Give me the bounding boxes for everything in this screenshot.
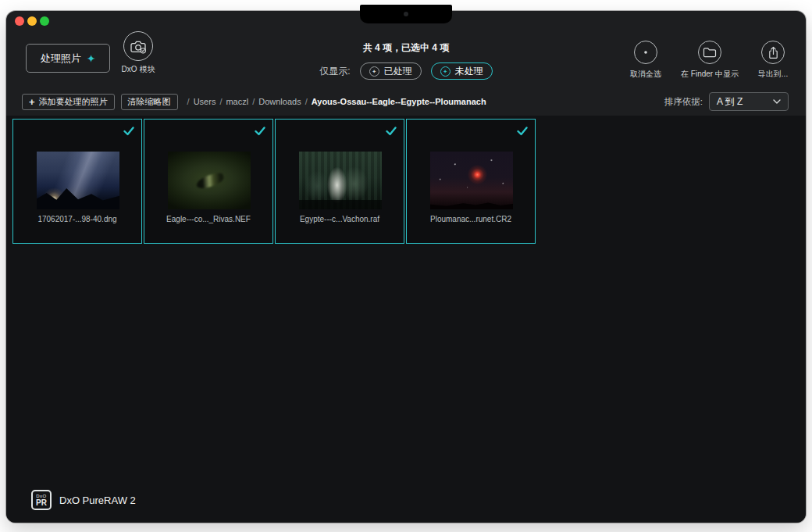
sparkle-circle-icon: ✦ bbox=[369, 66, 379, 77]
photo-thumbnail-egypte bbox=[299, 152, 382, 209]
logo-text-bottom: PR bbox=[36, 499, 47, 507]
breadcrumb: / Users / maczl / Downloads / Ayous-Ossa… bbox=[187, 97, 486, 106]
plus-icon: + bbox=[29, 97, 35, 107]
breadcrumb-separator: / bbox=[252, 97, 255, 106]
filter-unprocessed-label: 未处理 bbox=[455, 65, 483, 78]
selected-check-icon[interactable] bbox=[517, 125, 528, 134]
breadcrumb-separator: / bbox=[187, 97, 190, 106]
deselect-all-label: 取消全选 bbox=[630, 69, 661, 80]
show-in-finder-label: 在 Finder 中显示 bbox=[681, 69, 739, 80]
actionbar: + 添加要处理的照片 清除缩略图 / Users / maczl / Downl… bbox=[22, 92, 789, 111]
photo-filename: 17062017-...98-40.dng bbox=[16, 215, 138, 223]
share-icon bbox=[761, 41, 785, 64]
export-label: 导出到... bbox=[758, 69, 788, 80]
sort-value: A 到 Z bbox=[717, 95, 743, 109]
deselect-all-button[interactable]: 取消全选 bbox=[623, 41, 668, 80]
photo-card-3[interactable]: Egypte---c...Vachon.raf bbox=[275, 119, 404, 244]
photo-filename: Eagle---co..._Rivas.NEF bbox=[148, 215, 269, 223]
filter-unprocessed-pill[interactable]: ✦ 未处理 bbox=[431, 62, 493, 80]
app-window: 处理照片 ✦ DxO 模块 共 4 项，已选中 4 项 仅显示: ✦ 已处理 bbox=[6, 11, 806, 523]
show-in-finder-button[interactable]: 在 Finder 中显示 bbox=[673, 41, 746, 80]
filter-label: 仅显示: bbox=[319, 65, 350, 78]
photo-filename: Egypte---c...Vachon.raf bbox=[279, 215, 401, 223]
app-name: DxO PureRAW 2 bbox=[59, 495, 136, 506]
logo-text-top: DxO bbox=[36, 494, 47, 498]
camera-notch bbox=[360, 5, 452, 23]
folder-icon bbox=[698, 41, 721, 64]
sort-label: 排序依据: bbox=[664, 96, 703, 108]
breadcrumb-item-users: Users bbox=[194, 97, 216, 106]
sparkle-glyph: ✦ bbox=[372, 69, 376, 74]
sparkle-circle-icon: ✦ bbox=[440, 66, 451, 77]
camera-dot bbox=[404, 12, 408, 16]
breadcrumb-item-maczl: maczl bbox=[226, 97, 248, 106]
photo-filename: Ploumanac...runet.CR2 bbox=[410, 215, 532, 223]
footer: DxO PR DxO PureRAW 2 bbox=[31, 490, 136, 510]
add-photos-button[interactable]: + 添加要处理的照片 bbox=[22, 94, 115, 110]
dxo-pureraw-logo: DxO PR bbox=[31, 490, 52, 510]
breadcrumb-separator: / bbox=[305, 97, 308, 106]
clear-thumbnails-button[interactable]: 清除缩略图 bbox=[121, 94, 178, 110]
sparkle-glyph: ✦ bbox=[443, 69, 447, 74]
toolbar-right: 取消全选 在 Finder 中显示 导出到... bbox=[623, 41, 795, 80]
clear-thumbnails-label: 清除缩略图 bbox=[128, 96, 171, 108]
add-photos-label: 添加要处理的照片 bbox=[39, 96, 108, 108]
photo-card-1[interactable]: 17062017-...98-40.dng bbox=[12, 119, 142, 244]
minimize-window-button[interactable] bbox=[27, 16, 37, 26]
zoom-window-button[interactable] bbox=[40, 16, 49, 26]
deselect-all-icon bbox=[634, 41, 657, 64]
breadcrumb-item-downloads: Downloads bbox=[258, 97, 301, 106]
export-button[interactable]: 导出到... bbox=[751, 41, 795, 80]
selected-check-icon[interactable] bbox=[386, 125, 397, 134]
selected-check-icon[interactable] bbox=[255, 125, 265, 134]
sort-dropdown[interactable]: A 到 Z bbox=[709, 92, 789, 111]
breadcrumb-current-folder: Ayous-Ossau--Eagle--Egypte--Ploumanach bbox=[312, 97, 486, 106]
photo-thumbnail-milkyway bbox=[37, 152, 119, 209]
window-controls bbox=[15, 16, 49, 26]
chevron-down-icon bbox=[773, 99, 781, 104]
photo-thumbnail-lighthouse bbox=[430, 152, 513, 209]
photo-card-2[interactable]: Eagle---co..._Rivas.NEF bbox=[144, 119, 273, 244]
photo-browser: 17062017-...98-40.dng Eagle---co..._Riva… bbox=[6, 116, 806, 523]
filter-processed-pill[interactable]: ✦ 已处理 bbox=[360, 62, 422, 80]
filter-processed-label: 已处理 bbox=[384, 65, 412, 78]
photo-grid: 17062017-...98-40.dng Eagle---co..._Riva… bbox=[12, 119, 536, 244]
close-window-button[interactable] bbox=[15, 16, 24, 26]
desktop-background: 处理照片 ✦ DxO 模块 共 4 项，已选中 4 项 仅显示: ✦ 已处理 bbox=[0, 0, 812, 532]
breadcrumb-separator: / bbox=[219, 97, 222, 106]
selected-check-icon[interactable] bbox=[123, 125, 134, 134]
photo-thumbnail-eagle bbox=[168, 152, 251, 209]
photo-card-4[interactable]: Ploumanac...runet.CR2 bbox=[406, 119, 536, 244]
